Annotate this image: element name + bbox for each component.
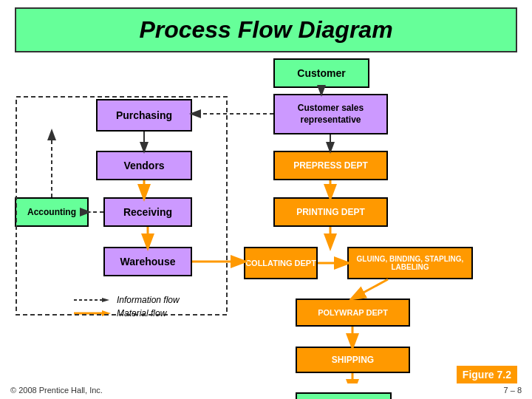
vendors-box: Vendors <box>96 151 192 180</box>
customer-top-box: Customer <box>273 58 369 88</box>
printing-box: PRINTING DEPT <box>273 197 388 227</box>
figure-label: Figure 7.2 <box>457 366 517 383</box>
page: Process Flow Diagram Customer Purchasing… <box>0 0 532 399</box>
title-box: Process Flow Diagram <box>15 7 517 52</box>
csr-box: Customer sales representative <box>273 94 388 134</box>
footer-left: © 2008 Prentice Hall, Inc. <box>10 386 103 395</box>
svg-line-12 <box>352 279 388 299</box>
page-title: Process Flow Diagram <box>16 16 516 44</box>
svg-marker-1 <box>102 298 109 302</box>
receiving-box: Receiving <box>103 197 192 227</box>
collating-box: COLLATING DEPT <box>244 247 318 279</box>
footer-right: 7 – 8 <box>504 386 522 395</box>
legend-material-line <box>74 309 111 318</box>
gluing-box: GLUING, BINDING, STAPLING, LABELING <box>347 247 473 279</box>
legend-material-svg <box>74 309 111 318</box>
warehouse-box: Warehouse <box>103 247 192 276</box>
svg-marker-3 <box>102 310 111 316</box>
arrows-overlay <box>15 58 517 383</box>
polywrap-box: POLYWRAP DEPT <box>296 299 410 327</box>
legend-info-line <box>74 296 111 304</box>
legend-info-svg <box>74 296 111 304</box>
diagram: Customer Purchasing Customer sales repre… <box>15 58 517 383</box>
accounting-box: Accounting <box>15 197 89 227</box>
legend-material-flow: Material flow <box>74 308 180 318</box>
customer-bottom-box: Customer <box>296 392 392 399</box>
shipping-box: SHIPPING <box>296 347 410 373</box>
purchasing-box: Purchasing <box>96 99 192 132</box>
legend: Information flow Material flow <box>74 295 180 321</box>
prepress-box: PREPRESS DEPT <box>273 151 388 180</box>
legend-info-flow: Information flow <box>74 295 180 305</box>
